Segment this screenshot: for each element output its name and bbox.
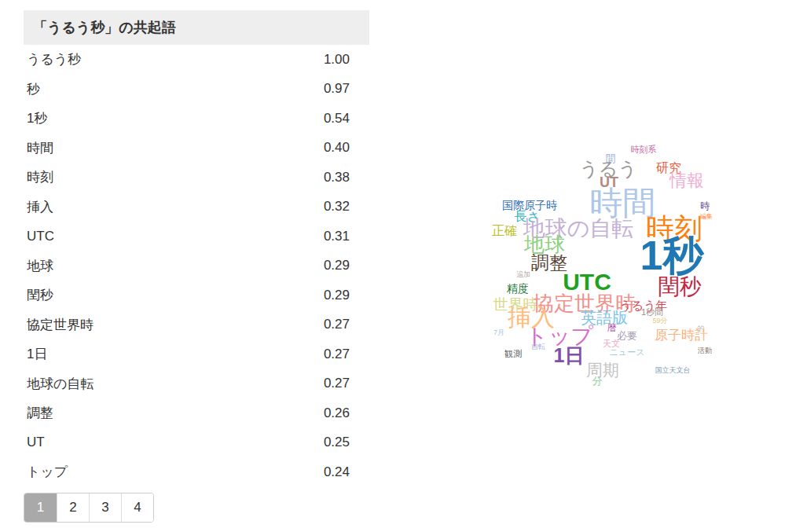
row-word: うるう秒 [24,50,81,68]
cloud-word[interactable]: 英語版 [581,310,628,325]
row-word: 秒 [24,80,40,98]
cloud-word[interactable]: 1日 [554,346,585,365]
cloud-word[interactable]: 国立天文台 [655,367,691,374]
row-score: 0.24 [324,464,369,480]
cloud-word[interactable]: 1秒間 [641,308,663,317]
row-score: 0.29 [324,258,369,273]
cloud-word[interactable]: 調整 [531,254,567,272]
table-row: トップ0.24 [24,457,369,487]
row-word: 地球の自転 [24,375,94,393]
cloud-word[interactable]: 観測 [504,350,522,358]
cloud-word[interactable]: UTC [563,270,611,294]
cloud-word[interactable]: 暦 [607,323,617,332]
page-button-4[interactable]: 4 [121,493,153,522]
row-score: 0.27 [324,317,369,332]
row-score: 0.32 [324,199,369,215]
page-button-3[interactable]: 3 [89,493,121,522]
row-word: UTC [24,229,54,244]
page-button-1[interactable]: 1 [24,493,57,522]
row-score: 0.27 [324,376,369,391]
table-row: うるう秒1.00 [24,45,369,75]
cloud-word[interactable]: 分 [592,376,603,386]
cloud-word[interactable]: ニュース [610,348,645,357]
cloud-word[interactable]: 自転 [531,343,545,350]
cloud-word[interactable]: 追加 [516,271,530,278]
page: 「うるう秒」の共起語 うるう秒1.00秒0.971秒0.54時間0.40時刻0.… [0,0,796,532]
row-score: 1.00 [324,52,369,68]
table-row: 地球0.29 [24,251,369,281]
cloud-word[interactable]: 1秒 [640,235,704,276]
table-row: 1秒0.54 [24,104,369,134]
table-row: 時間0.40 [24,134,369,163]
row-word: 地球 [24,257,53,275]
row-word: 時刻 [24,168,53,186]
row-score: 0.38 [324,170,369,185]
row-score: 0.29 [324,288,369,303]
word-cloud: 時刻系間うるう研究UT情報時間国際原子時時長さ編集地球の自転時刻正確地球1秒調整… [471,126,796,393]
row-word: 挿入 [24,198,53,216]
row-word: トップ [24,463,68,481]
row-score: 0.26 [324,405,369,421]
table-rows: うるう秒1.00秒0.971秒0.54時間0.40時刻0.38挿入0.32UTC… [24,45,369,487]
cloud-word[interactable]: 情報 [669,172,704,189]
cooccurrence-table: 「うるう秒」の共起語 うるう秒1.00秒0.971秒0.54時間0.40時刻0.… [24,10,369,487]
cloud-word[interactable]: 周期 [586,361,619,378]
cloud-word[interactable]: 閏秒 [658,276,702,298]
cloud-word[interactable]: 7月 [493,329,504,336]
row-score: 0.54 [324,111,369,127]
table-row: 1日0.27 [24,339,369,369]
table-row: 地球の自転0.27 [24,369,369,399]
row-score: 0.40 [324,140,369,156]
row-score: 0.97 [324,81,369,97]
row-word: 1秒 [24,109,47,127]
row-score: 0.31 [324,229,369,244]
cloud-word[interactable]: 時 [700,201,710,211]
row-score: 0.27 [324,347,369,362]
table-row: 協定世界時0.27 [24,310,369,340]
row-word: 閏秒 [24,286,53,304]
cloud-word[interactable]: 精度 [507,283,529,294]
cloud-word[interactable]: 時刻系 [631,145,657,154]
cloud-word[interactable]: 原子時計 [655,328,708,342]
table-row: 挿入0.32 [24,193,369,222]
table-title: 「うるう秒」の共起語 [24,10,369,45]
row-score: 0.25 [324,435,369,450]
page-button-2[interactable]: 2 [57,493,89,522]
cloud-word[interactable]: 活動 [698,347,712,354]
row-word: UT [24,435,45,450]
cloud-word[interactable]: 正確 [492,225,517,237]
cloud-word[interactable]: 国際原子時 [502,200,557,211]
table-row: UT0.25 [24,428,369,458]
table-row: UTC0.31 [24,222,369,251]
table-row: 閏秒0.29 [24,281,369,310]
table-row: 時刻0.38 [24,163,369,193]
table-row: 調整0.26 [24,398,369,428]
row-word: 調整 [24,404,53,422]
row-word: 1日 [24,345,47,363]
row-word: 協定世界時 [24,316,94,334]
pagination: 1234 [24,493,154,523]
row-word: 時間 [24,139,53,157]
table-row: 秒0.97 [24,75,369,105]
cloud-word[interactable]: 59分 [652,317,667,325]
